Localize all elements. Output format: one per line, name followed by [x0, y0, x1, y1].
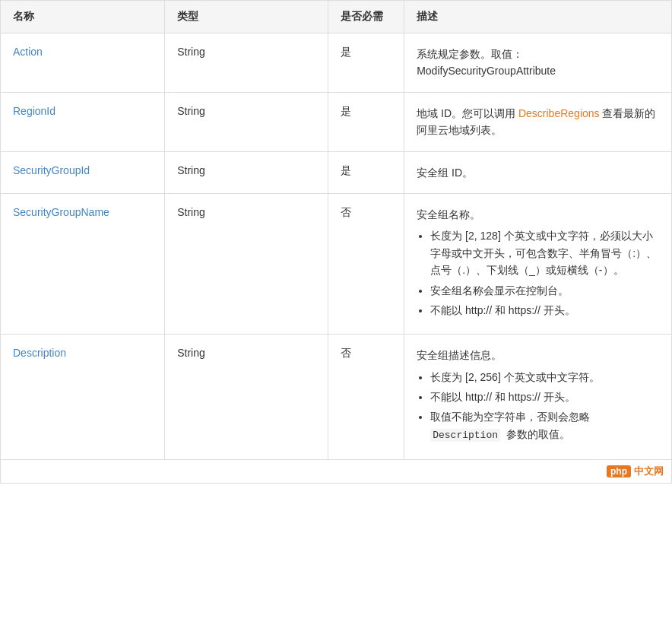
table-row: SecurityGroupId String 是 安全组 ID。 — [1, 151, 671, 193]
list-item: 取值不能为空字符串，否则会忽略Description 参数的取值。 — [430, 408, 659, 443]
footer-logo-text: 中文网 — [634, 465, 664, 478]
header-name: 名称 — [1, 1, 165, 33]
param-name-regionid: RegionId — [1, 92, 165, 151]
desc-list: 长度为 [2, 128] 个英文或中文字符，必须以大小字母或中文开头，可包含数字… — [417, 227, 659, 319]
param-desc-securitygroupid: 安全组 ID。 — [404, 151, 671, 193]
param-name-description: Description — [1, 335, 165, 459]
table-row: Description String 否 安全组描述信息。 长度为 [2, 25… — [1, 335, 671, 459]
header-required: 是否必需 — [328, 1, 404, 33]
footer: php 中文网 — [1, 459, 671, 483]
param-name-securitygroupname: SecurityGroupName — [1, 193, 165, 334]
regionid-link[interactable]: RegionId — [13, 105, 55, 117]
list-item: 长度为 [2, 128] 个英文或中文字符，必须以大小字母或中文开头，可包含数字… — [430, 227, 659, 278]
param-required-action: 是 — [328, 33, 404, 93]
api-params-table: 名称 类型 是否必需 描述 Action String 是 系统规定参数。取值：… — [0, 0, 672, 484]
table-row: RegionId String 是 地域 ID。您可以调用 DescribeRe… — [1, 92, 671, 151]
describe-regions-link[interactable]: DescribeRegions — [518, 107, 600, 119]
list-item: 不能以 http:// 和 https:// 开头。 — [430, 389, 659, 405]
param-required-description: 否 — [328, 335, 404, 459]
header-type: 类型 — [165, 1, 328, 33]
param-desc-description: 安全组描述信息。 长度为 [2, 256] 个英文或中文字符。 不能以 http… — [404, 335, 671, 459]
param-desc-action: 系统规定参数。取值：ModifySecurityGroupAttribute — [404, 33, 671, 93]
param-type-securitygroupid: String — [165, 151, 328, 193]
securitygroupid-link[interactable]: SecurityGroupId — [13, 164, 90, 176]
header-description: 描述 — [404, 1, 671, 33]
php-badge: php — [607, 465, 631, 477]
param-desc-regionid: 地域 ID。您可以调用 DescribeRegions 查看最新的阿里云地域列表… — [404, 92, 671, 151]
desc-list-description: 长度为 [2, 256] 个英文或中文字符。 不能以 http:// 和 htt… — [417, 369, 659, 444]
param-required-securitygroupname: 否 — [328, 193, 404, 334]
list-item: 不能以 http:// 和 https:// 开头。 — [430, 302, 659, 319]
param-type-regionid: String — [165, 92, 328, 151]
php-logo: php 中文网 — [607, 465, 664, 478]
param-required-securitygroupid: 是 — [328, 151, 404, 193]
param-type-securitygroupname: String — [165, 193, 328, 334]
list-item: 长度为 [2, 256] 个英文或中文字符。 — [430, 369, 659, 385]
action-link[interactable]: Action — [13, 46, 43, 58]
list-item: 安全组名称会显示在控制台。 — [430, 282, 659, 299]
param-desc-securitygroupname: 安全组名称。 长度为 [2, 128] 个英文或中文字符，必须以大小字母或中文开… — [404, 193, 671, 334]
table-row: Action String 是 系统规定参数。取值：ModifySecurity… — [1, 33, 671, 93]
description-link[interactable]: Description — [13, 347, 66, 359]
table-row: SecurityGroupName String 否 安全组名称。 长度为 [2… — [1, 193, 671, 334]
securitygroupname-link[interactable]: SecurityGroupName — [13, 206, 109, 218]
param-type-action: String — [165, 33, 328, 93]
param-name-action: Action — [1, 33, 165, 93]
param-name-securitygroupid: SecurityGroupId — [1, 151, 165, 193]
param-type-description: String — [165, 335, 328, 459]
param-required-regionid: 是 — [328, 92, 404, 151]
code-description: Description — [430, 429, 500, 442]
